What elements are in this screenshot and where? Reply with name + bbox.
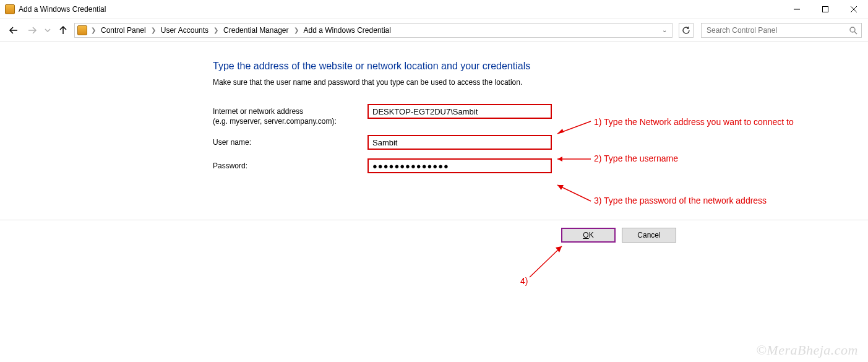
search-input[interactable]	[705, 25, 835, 35]
chevron-right-icon: ❯	[150, 27, 157, 33]
svg-line-8	[854, 32, 857, 34]
cancel-button[interactable]: Cancel	[622, 228, 676, 243]
address-input[interactable]	[367, 104, 552, 119]
address-label-line1: Internet or network address	[213, 107, 303, 116]
svg-marker-10	[557, 129, 564, 134]
window-controls	[783, 0, 868, 19]
recent-locations-dropdown[interactable]	[43, 23, 52, 38]
breadcrumb-item[interactable]: Credential Manager	[221, 25, 291, 35]
arrow-3-icon	[554, 183, 592, 204]
forward-button[interactable]	[25, 23, 40, 38]
password-label: Password:	[213, 158, 367, 171]
username-input[interactable]	[367, 135, 552, 150]
minimize-button[interactable]	[783, 0, 811, 19]
address-label-line2: (e.g. myserver, server.company.com):	[213, 117, 337, 126]
svg-marker-12	[557, 157, 562, 162]
arrow-4-icon	[526, 243, 569, 280]
arrow-2-icon	[554, 155, 592, 163]
up-button[interactable]	[56, 23, 71, 38]
page-subtext: Make sure that the user name and passwor…	[213, 78, 868, 87]
password-row: Password:	[213, 158, 868, 173]
watermark: ©MeraBheja.com	[756, 342, 858, 358]
location-icon	[77, 25, 87, 35]
annotation-3: 3) Type the password of the network addr…	[594, 196, 767, 205]
maximize-button[interactable]	[811, 0, 840, 19]
annotation-1: 1) Type the Network address you want to …	[594, 117, 794, 127]
username-row: User name:	[213, 135, 868, 150]
annotation-2: 2) Type the username	[594, 153, 678, 163]
chevron-right-icon: ❯	[212, 27, 220, 33]
window-title: Add a Windows Credential	[19, 5, 106, 14]
address-label: Internet or network address (e.g. myserv…	[213, 104, 367, 126]
search-box[interactable]	[701, 23, 862, 38]
breadcrumb-item[interactable]: Add a Windows Credential	[301, 25, 393, 35]
content-area: Type the address of the website or netwo…	[0, 42, 868, 173]
back-button[interactable]	[6, 23, 21, 38]
title-bar: Add a Windows Credential	[0, 0, 868, 19]
button-footer: OK Cancel	[0, 220, 868, 251]
breadcrumb-item[interactable]: Control Panel	[98, 25, 148, 35]
breadcrumb-item[interactable]: User Accounts	[158, 25, 211, 35]
arrow-1-icon	[554, 118, 592, 136]
app-icon	[5, 4, 15, 14]
svg-line-13	[557, 185, 591, 201]
svg-rect-1	[823, 6, 828, 12]
refresh-button[interactable]	[679, 23, 694, 38]
close-button[interactable]	[840, 0, 868, 19]
chevron-right-icon: ❯	[293, 27, 300, 33]
navigation-bar: ❯ Control Panel ❯ User Accounts ❯ Creden…	[0, 19, 868, 42]
page-heading: Type the address of the website or netwo…	[213, 61, 868, 72]
chevron-right-icon: ❯	[90, 27, 97, 33]
svg-point-7	[850, 27, 855, 32]
chevron-down-icon[interactable]: ⌄	[660, 27, 669, 33]
svg-line-15	[530, 246, 562, 277]
username-label: User name:	[213, 135, 367, 147]
ok-button[interactable]: OK	[561, 228, 616, 243]
search-icon	[849, 26, 857, 35]
password-input[interactable]	[367, 158, 552, 173]
address-bar[interactable]: ❯ Control Panel ❯ User Accounts ❯ Creden…	[74, 23, 672, 38]
